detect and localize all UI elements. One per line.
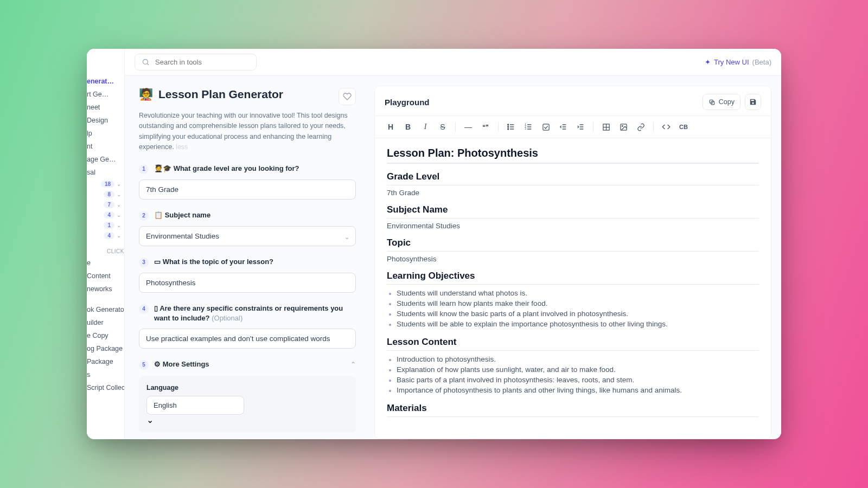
sidebar-item[interactable]: nt	[87, 140, 124, 153]
sidebar-item[interactable]: e Copy	[87, 329, 124, 342]
save-button[interactable]	[745, 94, 761, 110]
doc-heading-grade: Grade Level	[387, 171, 759, 185]
sidebar-item[interactable]: Design	[87, 114, 124, 127]
link-button[interactable]	[633, 119, 649, 134]
more-settings-body: Language English ⌄	[139, 376, 356, 433]
form-step-topic: 3 ▭ What is the topic of your lesson?	[139, 257, 356, 293]
more-settings-toggle[interactable]: 5 ⚙ More Settings ⌃	[139, 359, 356, 370]
outdent-button[interactable]	[555, 119, 571, 134]
chevron-down-icon: ⌄	[117, 233, 121, 239]
strikethrough-button[interactable]: S	[435, 119, 451, 134]
search-box[interactable]	[135, 54, 257, 70]
top-bar: ✦ Try New UI (Beta)	[125, 49, 781, 76]
italic-button[interactable]: I	[417, 119, 433, 134]
ordered-list-button[interactable]: 123	[520, 119, 537, 134]
topic-input[interactable]	[139, 273, 356, 293]
step-number: 3	[139, 258, 149, 267]
sidebar-collapse-row[interactable]: 4⌄	[87, 210, 124, 220]
search-input[interactable]	[155, 58, 250, 66]
svg-rect-16	[542, 124, 548, 130]
step-label: ▭ What is the topic of your lesson?	[154, 257, 273, 267]
sidebar-collapse-row[interactable]: 4⌄	[87, 230, 124, 241]
svg-point-8	[508, 129, 509, 130]
form-step-subject: 2 📋 Subject name Environmental Studies ⌄	[139, 210, 356, 246]
sidebar-item[interactable]: sal	[87, 166, 124, 179]
quote-button[interactable]: ❝❞	[477, 119, 494, 134]
bold-button[interactable]: B	[400, 119, 416, 134]
sidebar-item[interactable]: neet	[87, 101, 124, 114]
svg-point-27	[622, 125, 623, 126]
doc-heading-content: Lesson Content	[387, 337, 759, 351]
svg-text:3: 3	[525, 127, 526, 130]
count-badge: 8	[104, 191, 114, 198]
tool-title: 🧑‍🏫 Lesson Plan Generator	[139, 88, 333, 101]
sidebar-collapse-row[interactable]: 7⌄	[87, 200, 124, 210]
code-button[interactable]	[658, 119, 674, 134]
step-label: ▯ Are there any specific constraints or …	[154, 304, 356, 323]
table-button[interactable]	[598, 119, 614, 134]
toolbar-separator	[593, 122, 593, 132]
checklist-button[interactable]	[538, 119, 554, 134]
bullet-list-button[interactable]	[503, 119, 519, 134]
try-new-ui-link[interactable]: ✦ Try New UI (Beta)	[705, 58, 771, 66]
sidebar-collapse-row[interactable]: 18⌄	[87, 179, 124, 189]
count-badge: 1	[104, 222, 114, 229]
toolbar-separator	[498, 122, 499, 132]
gear-icon: ⚙	[154, 360, 161, 368]
favorite-button[interactable]	[339, 88, 356, 105]
output-title: Playground	[385, 98, 430, 107]
codeblock-button[interactable]: CB	[675, 119, 692, 134]
main-area: ✦ Try New UI (Beta) 🧑‍🏫 Lesson Plan Gene…	[125, 49, 781, 439]
step-number: 5	[139, 360, 149, 370]
chevron-down-icon: ⌄	[117, 202, 121, 208]
sidebar-section-label: CLICK	[87, 241, 124, 256]
sidebar-item[interactable]: e	[87, 256, 124, 269]
sidebar-item[interactable]: ok Generato	[87, 303, 124, 316]
sidebar-item[interactable]: rt Ge…	[87, 88, 124, 101]
toolbar-separator	[653, 122, 654, 132]
toolbar-separator	[455, 122, 456, 132]
sidebar-item[interactable]: og Package	[87, 342, 124, 355]
list-item: Basic parts of a plant involved in photo…	[389, 375, 759, 385]
indent-button[interactable]	[572, 119, 589, 134]
sidebar-item[interactable]: neworks	[87, 282, 124, 296]
heading-button[interactable]: H	[382, 119, 399, 134]
sidebar-item[interactable]: enerat…	[87, 75, 124, 88]
optional-label: (Optional)	[212, 314, 242, 322]
tool-description: Revolutionize your teaching with our inn…	[139, 111, 356, 153]
language-label: Language	[146, 384, 348, 391]
list-item: Introduction to photosynthesis.	[389, 354, 759, 364]
sidebar-item[interactable]: lp	[87, 127, 124, 140]
tool-title-text: Lesson Plan Generator	[158, 88, 283, 101]
language-select[interactable]: English	[146, 396, 244, 415]
step-emoji: ▯	[154, 304, 158, 312]
search-icon	[142, 58, 150, 66]
copy-button[interactable]: Copy	[703, 94, 741, 110]
subject-select[interactable]: Environmental Studies	[139, 226, 356, 246]
less-toggle[interactable]: less	[176, 143, 188, 151]
document-body[interactable]: Lesson Plan: Photosynthesis Grade Level …	[375, 138, 771, 439]
sidebar-item[interactable]: s	[87, 368, 124, 381]
step-label: ⚙ More Settings	[154, 359, 209, 369]
sidebar-item[interactable]: age Ge…	[87, 153, 124, 166]
doc-text: Photosynthesis	[387, 255, 759, 263]
sidebar-collapse-row[interactable]: 8⌄	[87, 189, 124, 200]
chevron-down-icon: ⌄	[117, 222, 121, 228]
sidebar-item[interactable]: Content	[87, 269, 124, 282]
sidebar-item[interactable]: Package	[87, 355, 124, 368]
image-button[interactable]	[615, 119, 631, 134]
sidebar-item[interactable]: uilder	[87, 316, 124, 329]
svg-point-4	[508, 124, 509, 125]
step-number: 2	[139, 211, 149, 221]
hr-button[interactable]: —	[460, 119, 476, 134]
list-item: Explanation of how plants use sunlight, …	[389, 364, 759, 375]
list-item: Students will know the basic parts of a …	[389, 309, 759, 319]
sidebar-collapse-row[interactable]: 1⌄	[87, 220, 124, 230]
doc-text: Environmental Studies	[387, 222, 759, 230]
sidebar-item[interactable]: Script Collec	[87, 381, 124, 394]
step-emoji: 📋	[154, 211, 163, 219]
form-step-constraints: 4 ▯ Are there any specific constraints o…	[139, 304, 356, 349]
constraints-input[interactable]	[139, 329, 356, 349]
doc-heading-topic: Topic	[387, 237, 759, 252]
grade-input[interactable]	[139, 179, 356, 200]
